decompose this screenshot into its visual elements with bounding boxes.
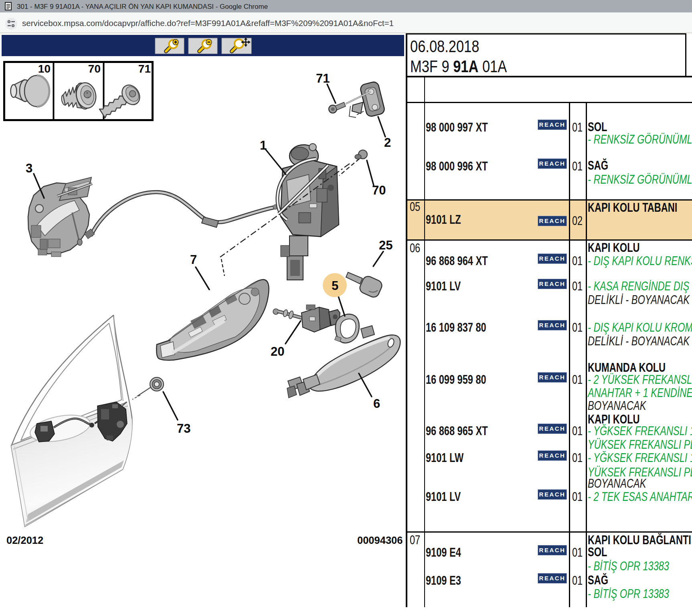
svg-text:1: 1: [260, 138, 267, 152]
svg-text:20: 20: [271, 344, 284, 359]
svg-text:71: 71: [316, 71, 330, 85]
svg-text:10: 10: [38, 63, 51, 75]
svg-text:00094306: 00094306: [357, 535, 403, 546]
svg-text:7: 7: [190, 253, 197, 267]
svg-text:5: 5: [332, 279, 338, 293]
svg-text:02/2012: 02/2012: [6, 535, 43, 546]
svg-text:70: 70: [372, 183, 386, 197]
svg-text:6: 6: [373, 397, 380, 411]
svg-text:25: 25: [379, 238, 393, 252]
svg-text:73: 73: [177, 421, 190, 436]
svg-text:3: 3: [26, 161, 32, 175]
svg-text:2: 2: [384, 136, 391, 150]
svg-text:70: 70: [88, 63, 101, 75]
svg-text:71: 71: [138, 63, 151, 75]
